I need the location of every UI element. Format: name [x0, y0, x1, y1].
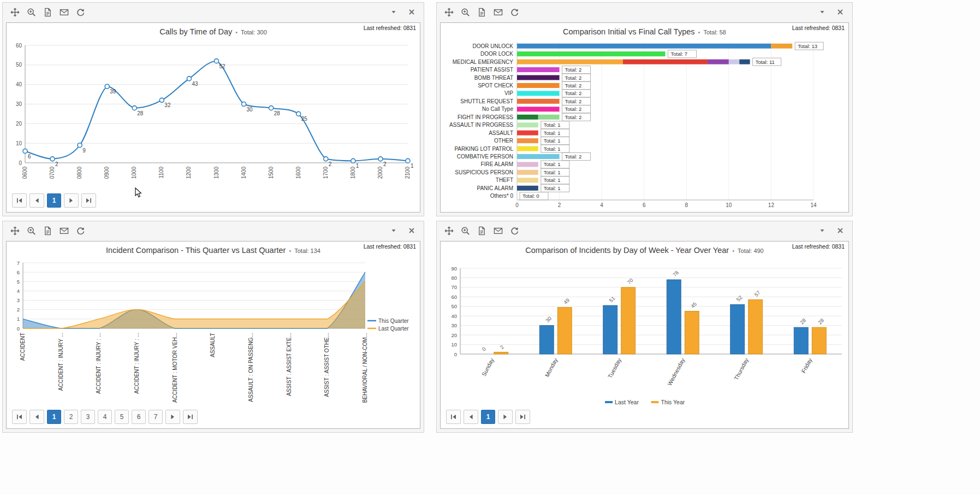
chart-container: Last refreshed: 0831 Calls by Time of Da… — [6, 22, 420, 213]
svg-text:40: 40 — [16, 81, 22, 87]
pdf-export-icon[interactable] — [476, 7, 488, 18]
svg-text:Total: 0: Total: 0 — [522, 193, 539, 199]
move-icon[interactable] — [443, 225, 455, 237]
svg-text:Total: 1: Total: 1 — [544, 122, 561, 128]
svg-text:THEFT: THEFT — [496, 177, 513, 183]
pager-page-button[interactable]: 3 — [81, 410, 95, 424]
pagination: 1 — [12, 193, 96, 208]
svg-text:10: 10 — [726, 202, 732, 208]
svg-text:28: 28 — [137, 110, 144, 116]
chart-container: Last refreshed: 0831 Comparison Initial … — [440, 22, 849, 213]
svg-text:ACCIDENT : INJURY : ...: ACCIDENT : INJURY : ... — [96, 333, 102, 394]
svg-text:2: 2 — [17, 307, 20, 313]
svg-text:This Year: This Year — [661, 399, 685, 405]
svg-text:This Quarter: This Quarter — [378, 318, 409, 324]
refresh-icon[interactable] — [75, 7, 86, 18]
refresh-icon[interactable] — [509, 7, 520, 18]
svg-text:Total: 1: Total: 1 — [544, 146, 561, 152]
svg-text:43: 43 — [192, 81, 198, 87]
chart-header: Incident Comparison - This Quarter vs La… — [7, 241, 420, 258]
svg-text:No Call Type: No Call Type — [482, 106, 514, 112]
pager-prev-button[interactable] — [29, 410, 44, 424]
pdf-export-icon[interactable] — [476, 225, 488, 237]
close-icon[interactable] — [834, 225, 846, 237]
close-icon[interactable] — [834, 7, 846, 18]
collapse-icon[interactable] — [388, 225, 399, 237]
portlet-toolbar — [3, 3, 424, 21]
svg-text:6: 6 — [28, 154, 31, 160]
pager-first-button[interactable] — [12, 410, 27, 424]
close-icon[interactable] — [406, 7, 417, 18]
pager-first-button[interactable] — [446, 410, 461, 424]
pager-prev-button[interactable] — [464, 410, 478, 424]
zoom-icon[interactable] — [26, 7, 37, 18]
zoom-icon[interactable] — [26, 225, 37, 237]
pager-prev-button[interactable] — [29, 193, 44, 208]
pager-next-button[interactable] — [498, 410, 513, 424]
collapse-icon[interactable] — [816, 225, 828, 237]
close-icon[interactable] — [406, 225, 417, 237]
pager-last-button[interactable] — [515, 410, 530, 424]
pager-page-button[interactable]: 5 — [115, 410, 129, 424]
refresh-icon[interactable] — [75, 225, 86, 237]
svg-text:28: 28 — [817, 317, 825, 325]
pager-last-button[interactable] — [81, 193, 96, 208]
email-icon[interactable] — [492, 225, 504, 237]
panel-call-types-comparison: Last refreshed: 0831 Comparison Initial … — [436, 2, 853, 216]
chart-title: Comparison of Incidents by Day of Week -… — [525, 246, 729, 255]
pdf-export-icon[interactable] — [42, 225, 54, 237]
svg-text:Total: 1: Total: 1 — [544, 169, 561, 175]
svg-text:1600: 1600 — [295, 167, 301, 179]
svg-text:MEDICAL EMERGENCY: MEDICAL EMERGENCY — [453, 59, 514, 65]
pager-page-button[interactable]: 1 — [481, 410, 495, 424]
svg-text:ACCIDENT: ACCIDENT — [20, 333, 26, 361]
pager-page-button[interactable]: 1 — [47, 410, 61, 424]
chart-header: Comparison Initial vs Final Call Types•T… — [441, 23, 848, 40]
pager-page-button[interactable]: 1 — [47, 193, 61, 208]
pager-page-button[interactable]: 4 — [98, 410, 112, 424]
email-icon[interactable] — [492, 7, 504, 18]
svg-text:5: 5 — [17, 279, 20, 285]
calls-line-chart[interactable]: 0102030405060060007000800090010001100120… — [7, 41, 420, 192]
pager-last-button[interactable] — [183, 410, 198, 424]
svg-text:70: 70 — [626, 277, 634, 285]
svg-text:40: 40 — [451, 313, 457, 319]
svg-text:Total: 1: Total: 1 — [544, 130, 561, 136]
collapse-icon[interactable] — [816, 7, 828, 18]
svg-text:1300: 1300 — [213, 167, 219, 179]
svg-text:30: 30 — [247, 107, 253, 113]
svg-text:20: 20 — [16, 121, 22, 127]
zoom-icon[interactable] — [460, 225, 471, 237]
svg-text:FIGHT IN PROGRESS: FIGHT IN PROGRESS — [458, 114, 513, 120]
svg-text:Total: 1: Total: 1 — [544, 185, 561, 191]
last-refreshed-label: Last refreshed: 0831 — [792, 243, 845, 250]
title-separator: • — [235, 29, 237, 36]
day-of-week-bar-chart[interactable]: 010203040506070809002Sunday3049Monday517… — [441, 260, 848, 409]
move-icon[interactable] — [9, 225, 21, 237]
move-icon[interactable] — [443, 7, 455, 18]
collapse-icon[interactable] — [388, 7, 399, 18]
pager-first-button[interactable] — [12, 193, 27, 208]
svg-text:6: 6 — [17, 269, 20, 275]
refresh-icon[interactable] — [509, 225, 520, 237]
pager-page-button[interactable]: 7 — [149, 410, 163, 424]
zoom-icon[interactable] — [460, 7, 471, 18]
svg-text:Total: 2: Total: 2 — [565, 75, 582, 81]
svg-text:1500: 1500 — [268, 167, 274, 179]
pdf-export-icon[interactable] — [42, 7, 54, 18]
call-types-stacked-bar-chart[interactable]: 02468101214DOOR UNLOCKTotal: 13DOOR LOCK… — [441, 41, 848, 212]
incident-comparison-area-chart[interactable]: 01234567ACCIDENTACCIDENT : INJURY ...ACC… — [7, 260, 420, 409]
portlet-toolbar — [3, 221, 424, 240]
email-icon[interactable] — [58, 7, 70, 18]
svg-text:90: 90 — [451, 266, 457, 272]
pager-next-button[interactable] — [165, 410, 180, 424]
email-icon[interactable] — [58, 225, 70, 237]
pager-page-button[interactable]: 2 — [64, 410, 78, 424]
svg-text:1700: 1700 — [323, 167, 329, 179]
pager-next-button[interactable] — [64, 193, 79, 208]
move-icon[interactable] — [9, 7, 21, 18]
chart-total: Total: 490 — [738, 248, 764, 254]
svg-text:ASSAULT : ON PASSENG...: ASSAULT : ON PASSENG... — [248, 333, 254, 402]
pager-page-button[interactable]: 6 — [132, 410, 146, 424]
svg-text:ASSIST : ASSIST EXTE...: ASSIST : ASSIST EXTE... — [286, 333, 292, 396]
